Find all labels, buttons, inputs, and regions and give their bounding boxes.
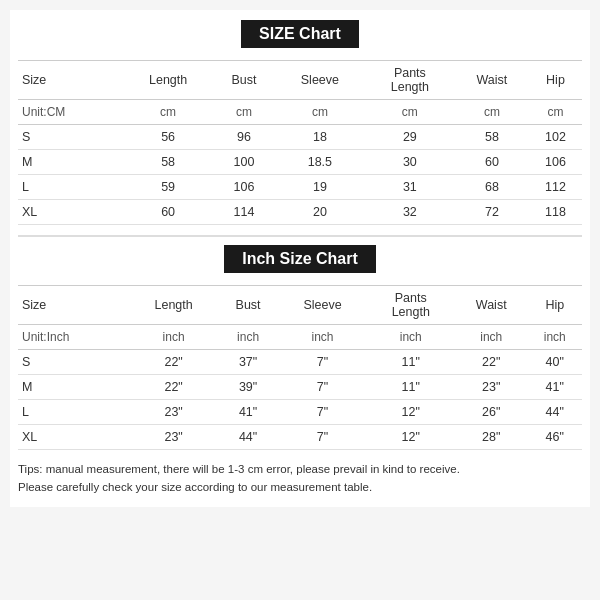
cm-unit-bust: cm: [213, 100, 275, 125]
table-cell: 26": [455, 400, 528, 425]
table-row: XL23"44"7"12"28"46": [18, 425, 582, 450]
inch-col-bust: Bust: [218, 286, 279, 325]
table-cell: S: [18, 350, 130, 375]
table-cell: 68: [455, 175, 529, 200]
table-cell: 41": [528, 375, 582, 400]
table-cell: 19: [275, 175, 365, 200]
table-cell: 58: [123, 150, 213, 175]
table-cell: 106: [213, 175, 275, 200]
table-cell: 11": [367, 350, 455, 375]
inch-col-length: Length: [130, 286, 218, 325]
inch-size-table: Size Length Bust Sleeve PantsLength Wais…: [18, 285, 582, 450]
table-cell: M: [18, 375, 130, 400]
table-cell: 23": [130, 425, 218, 450]
table-cell: 20: [275, 200, 365, 225]
table-cell: XL: [18, 425, 130, 450]
table-cell: 56: [123, 125, 213, 150]
table-cell: 7": [278, 400, 366, 425]
table-cell: 112: [529, 175, 582, 200]
cm-col-pants-length: PantsLength: [365, 61, 455, 100]
table-cell: 11": [367, 375, 455, 400]
table-cell: 7": [278, 425, 366, 450]
inch-chart-title-row: Inch Size Chart: [18, 245, 582, 281]
cm-unit-hip: cm: [529, 100, 582, 125]
table-cell: 32: [365, 200, 455, 225]
cm-chart-title-row: SIZE Chart: [18, 20, 582, 56]
table-cell: 118: [529, 200, 582, 225]
cm-col-size: Size: [18, 61, 123, 100]
cm-chart-title: SIZE Chart: [241, 20, 359, 48]
table-cell: 44": [528, 400, 582, 425]
table-cell: 60: [123, 200, 213, 225]
table-row: XL60114203272118: [18, 200, 582, 225]
table-cell: 18.5: [275, 150, 365, 175]
table-row: L59106193168112: [18, 175, 582, 200]
table-cell: 59: [123, 175, 213, 200]
table-cell: S: [18, 125, 123, 150]
table-cell: 102: [529, 125, 582, 150]
inch-unit-sleeve: inch: [278, 325, 366, 350]
inch-unit-label: Unit:Inch: [18, 325, 130, 350]
size-chart-container: SIZE Chart Size Length Bust Sleeve Pants…: [10, 10, 590, 507]
table-row: M22"39"7"11"23"41": [18, 375, 582, 400]
table-cell: 41": [218, 400, 279, 425]
cm-col-sleeve: Sleeve: [275, 61, 365, 100]
table-row: L23"41"7"12"26"44": [18, 400, 582, 425]
table-cell: 23": [130, 400, 218, 425]
cm-col-waist: Waist: [455, 61, 529, 100]
table-cell: L: [18, 400, 130, 425]
table-cell: 18: [275, 125, 365, 150]
table-cell: 44": [218, 425, 279, 450]
table-cell: 7": [278, 350, 366, 375]
inch-unit-pants: inch: [367, 325, 455, 350]
cm-col-bust: Bust: [213, 61, 275, 100]
cm-unit-pants: cm: [365, 100, 455, 125]
inch-col-sleeve: Sleeve: [278, 286, 366, 325]
cm-unit-length: cm: [123, 100, 213, 125]
inch-unit-bust: inch: [218, 325, 279, 350]
table-cell: 28": [455, 425, 528, 450]
table-cell: 72: [455, 200, 529, 225]
table-cell: 7": [278, 375, 366, 400]
tips-text: Tips: manual measurement, there will be …: [18, 460, 582, 497]
table-cell: 100: [213, 150, 275, 175]
inch-header-row: Size Length Bust Sleeve PantsLength Wais…: [18, 286, 582, 325]
cm-unit-waist: cm: [455, 100, 529, 125]
table-cell: 58: [455, 125, 529, 150]
cm-size-table: Size Length Bust Sleeve PantsLength Wais…: [18, 60, 582, 225]
table-cell: 96: [213, 125, 275, 150]
table-cell: 22": [130, 350, 218, 375]
table-cell: XL: [18, 200, 123, 225]
section-divider: [18, 235, 582, 237]
table-cell: 60: [455, 150, 529, 175]
inch-col-waist: Waist: [455, 286, 528, 325]
table-cell: 106: [529, 150, 582, 175]
table-cell: 22": [130, 375, 218, 400]
inch-unit-length: inch: [130, 325, 218, 350]
cm-header-row: Size Length Bust Sleeve PantsLength Wais…: [18, 61, 582, 100]
inch-chart-title: Inch Size Chart: [224, 245, 376, 273]
inch-col-pants-length: PantsLength: [367, 286, 455, 325]
table-cell: 29: [365, 125, 455, 150]
table-cell: 30: [365, 150, 455, 175]
table-cell: 23": [455, 375, 528, 400]
table-cell: 114: [213, 200, 275, 225]
inch-unit-waist: inch: [455, 325, 528, 350]
table-row: M5810018.53060106: [18, 150, 582, 175]
cm-unit-label: Unit:CM: [18, 100, 123, 125]
table-cell: 22": [455, 350, 528, 375]
table-cell: 31: [365, 175, 455, 200]
inch-col-size: Size: [18, 286, 130, 325]
table-cell: M: [18, 150, 123, 175]
inch-col-hip: Hip: [528, 286, 582, 325]
cm-col-length: Length: [123, 61, 213, 100]
cm-unit-row: Unit:CM cm cm cm cm cm cm: [18, 100, 582, 125]
table-row: S5696182958102: [18, 125, 582, 150]
table-cell: L: [18, 175, 123, 200]
table-cell: 40": [528, 350, 582, 375]
cm-col-hip: Hip: [529, 61, 582, 100]
table-cell: 12": [367, 400, 455, 425]
inch-unit-hip: inch: [528, 325, 582, 350]
cm-unit-sleeve: cm: [275, 100, 365, 125]
table-row: S22"37"7"11"22"40": [18, 350, 582, 375]
